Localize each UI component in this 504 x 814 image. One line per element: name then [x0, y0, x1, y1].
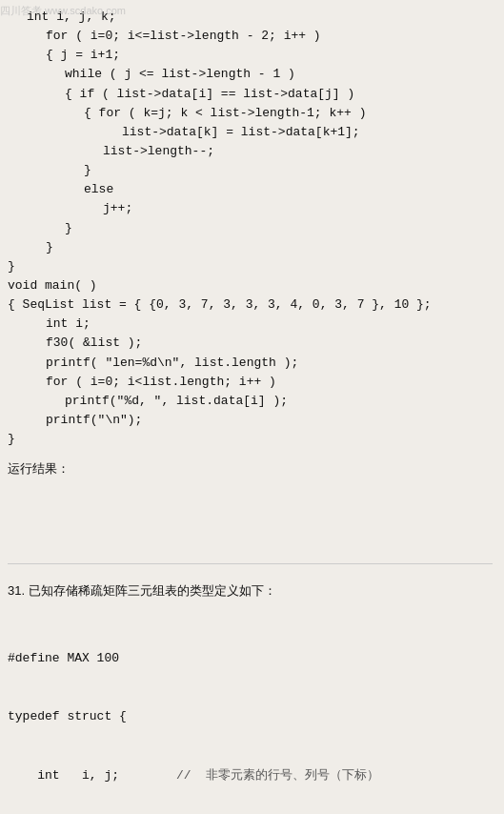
code-line-6: { for ( k=j; k < list->length-1; k++ ) — [8, 104, 493, 123]
watermark-text: 四川答考 www.scdako.com — [0, 4, 126, 18]
code-line-9: } — [8, 161, 493, 180]
int-ij-code: int i, j; — [8, 766, 119, 785]
code-line-4: while ( j <= list->length - 1 ) — [8, 65, 493, 84]
define-line-2: int i, j; // 非零元素的行号、列号（下标） — [8, 766, 493, 785]
code-line-23: } — [8, 430, 493, 449]
code-line-15: void main( ) — [8, 276, 493, 295]
code-line-10: else — [8, 180, 493, 199]
code-line-17: int i; — [8, 315, 493, 334]
code-line-12: } — [8, 219, 493, 238]
code-line-20: for ( i=0; i<list.length; i++ ) — [8, 373, 493, 392]
define-block: #define MAX 100 typedef struct { int i, … — [8, 609, 493, 814]
code-line-3: { j = i+1; — [8, 46, 493, 65]
page: 四川答考 www.scdako.com int i, j, k; for ( i… — [0, 0, 504, 814]
run-result-label: 运行结果： — [8, 461, 70, 476]
run-result-section: 运行结果： — [8, 460, 493, 478]
question-text: 已知存储稀疏矩阵三元组表的类型定义如下： — [29, 583, 276, 598]
define-line-1: typedef struct { — [8, 707, 493, 726]
question-31-header: 31. 已知存储稀疏矩阵三元组表的类型定义如下： — [8, 581, 493, 601]
code-line-14: } — [8, 257, 493, 276]
code-line-13: } — [8, 238, 493, 257]
code-line-19: printf( "len=%d\n", list.length ); — [8, 354, 493, 373]
code-section-top: int i, j, k; for ( i=0; i<=list->length … — [8, 8, 493, 449]
code-line-22: printf("\n"); — [8, 411, 493, 430]
code-line-7: list->data[k] = list->data[k+1]; — [8, 123, 493, 142]
run-result-area — [8, 478, 493, 554]
code-line-8: list->length--; — [8, 142, 493, 161]
code-line-16: { SeqList list = { {0, 3, 7, 3, 3, 3, 4,… — [8, 295, 493, 315]
section-divider — [8, 563, 493, 564]
code-line-21: printf("%d, ", list.data[i] ); — [8, 392, 493, 411]
code-line-2: for ( i=0; i<=list->length - 2; i++ ) — [8, 27, 493, 46]
comment-ij: // 非零元素的行号、列号（下标） — [176, 766, 379, 785]
define-line-0: #define MAX 100 — [8, 649, 493, 668]
code-line-11: j++; — [8, 199, 493, 218]
question-number: 31. — [8, 583, 25, 598]
code-line-18: f30( &list ); — [8, 334, 493, 353]
code-line-5: { if ( list->data[i] == list->data[j] ) — [8, 85, 493, 104]
